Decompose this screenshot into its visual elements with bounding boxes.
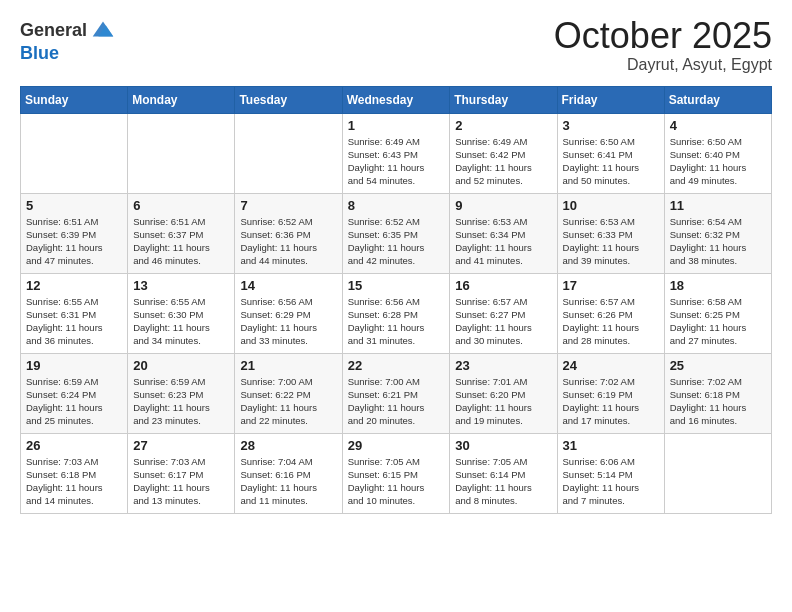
- day-number: 14: [240, 278, 336, 293]
- day-number: 7: [240, 198, 336, 213]
- calendar-cell: 10Sunrise: 6:53 AM Sunset: 6:33 PM Dayli…: [557, 193, 664, 273]
- day-info: Sunrise: 7:05 AM Sunset: 6:14 PM Dayligh…: [455, 455, 551, 508]
- day-number: 22: [348, 358, 445, 373]
- day-number: 20: [133, 358, 229, 373]
- day-info: Sunrise: 6:50 AM Sunset: 6:40 PM Dayligh…: [670, 135, 766, 188]
- calendar-cell: 12Sunrise: 6:55 AM Sunset: 6:31 PM Dayli…: [21, 273, 128, 353]
- day-number: 30: [455, 438, 551, 453]
- calendar-cell: 8Sunrise: 6:52 AM Sunset: 6:35 PM Daylig…: [342, 193, 450, 273]
- day-number: 9: [455, 198, 551, 213]
- weekday-header-friday: Friday: [557, 86, 664, 113]
- day-number: 27: [133, 438, 229, 453]
- day-info: Sunrise: 7:03 AM Sunset: 6:17 PM Dayligh…: [133, 455, 229, 508]
- day-info: Sunrise: 7:03 AM Sunset: 6:18 PM Dayligh…: [26, 455, 122, 508]
- day-number: 17: [563, 278, 659, 293]
- day-number: 29: [348, 438, 445, 453]
- calendar-week-4: 26Sunrise: 7:03 AM Sunset: 6:18 PM Dayli…: [21, 433, 772, 513]
- day-info: Sunrise: 6:51 AM Sunset: 6:39 PM Dayligh…: [26, 215, 122, 268]
- day-number: 13: [133, 278, 229, 293]
- day-number: 23: [455, 358, 551, 373]
- calendar-cell: [128, 113, 235, 193]
- calendar-cell: 29Sunrise: 7:05 AM Sunset: 6:15 PM Dayli…: [342, 433, 450, 513]
- day-number: 16: [455, 278, 551, 293]
- day-info: Sunrise: 7:02 AM Sunset: 6:18 PM Dayligh…: [670, 375, 766, 428]
- day-info: Sunrise: 7:05 AM Sunset: 6:15 PM Dayligh…: [348, 455, 445, 508]
- weekday-header-thursday: Thursday: [450, 86, 557, 113]
- calendar-cell: 7Sunrise: 6:52 AM Sunset: 6:36 PM Daylig…: [235, 193, 342, 273]
- day-info: Sunrise: 7:02 AM Sunset: 6:19 PM Dayligh…: [563, 375, 659, 428]
- calendar-cell: 1Sunrise: 6:49 AM Sunset: 6:43 PM Daylig…: [342, 113, 450, 193]
- logo-general-text: General: [20, 21, 87, 39]
- month-title: October 2025: [554, 16, 772, 56]
- calendar-cell: 4Sunrise: 6:50 AM Sunset: 6:40 PM Daylig…: [664, 113, 771, 193]
- calendar-cell: 21Sunrise: 7:00 AM Sunset: 6:22 PM Dayli…: [235, 353, 342, 433]
- day-number: 1: [348, 118, 445, 133]
- calendar-week-0: 1Sunrise: 6:49 AM Sunset: 6:43 PM Daylig…: [21, 113, 772, 193]
- day-number: 25: [670, 358, 766, 373]
- calendar-cell: 5Sunrise: 6:51 AM Sunset: 6:39 PM Daylig…: [21, 193, 128, 273]
- logo-blue-text: Blue: [20, 44, 117, 62]
- day-number: 31: [563, 438, 659, 453]
- day-info: Sunrise: 6:55 AM Sunset: 6:31 PM Dayligh…: [26, 295, 122, 348]
- calendar-cell: 9Sunrise: 6:53 AM Sunset: 6:34 PM Daylig…: [450, 193, 557, 273]
- calendar-week-2: 12Sunrise: 6:55 AM Sunset: 6:31 PM Dayli…: [21, 273, 772, 353]
- calendar-cell: 16Sunrise: 6:57 AM Sunset: 6:27 PM Dayli…: [450, 273, 557, 353]
- day-number: 8: [348, 198, 445, 213]
- day-info: Sunrise: 6:52 AM Sunset: 6:36 PM Dayligh…: [240, 215, 336, 268]
- weekday-header-sunday: Sunday: [21, 86, 128, 113]
- day-info: Sunrise: 6:58 AM Sunset: 6:25 PM Dayligh…: [670, 295, 766, 348]
- calendar-table: SundayMondayTuesdayWednesdayThursdayFrid…: [20, 86, 772, 514]
- day-number: 28: [240, 438, 336, 453]
- weekday-header-wednesday: Wednesday: [342, 86, 450, 113]
- calendar-cell: 26Sunrise: 7:03 AM Sunset: 6:18 PM Dayli…: [21, 433, 128, 513]
- calendar-cell: 27Sunrise: 7:03 AM Sunset: 6:17 PM Dayli…: [128, 433, 235, 513]
- day-number: 24: [563, 358, 659, 373]
- day-info: Sunrise: 6:54 AM Sunset: 6:32 PM Dayligh…: [670, 215, 766, 268]
- day-number: 6: [133, 198, 229, 213]
- weekday-header-tuesday: Tuesday: [235, 86, 342, 113]
- day-number: 21: [240, 358, 336, 373]
- location-title: Dayrut, Asyut, Egypt: [554, 56, 772, 74]
- day-info: Sunrise: 7:00 AM Sunset: 6:21 PM Dayligh…: [348, 375, 445, 428]
- day-info: Sunrise: 6:57 AM Sunset: 6:26 PM Dayligh…: [563, 295, 659, 348]
- calendar-cell: 23Sunrise: 7:01 AM Sunset: 6:20 PM Dayli…: [450, 353, 557, 433]
- weekday-header-row: SundayMondayTuesdayWednesdayThursdayFrid…: [21, 86, 772, 113]
- header: General Blue October 2025 Dayrut, Asyut,…: [20, 16, 772, 74]
- day-info: Sunrise: 6:59 AM Sunset: 6:23 PM Dayligh…: [133, 375, 229, 428]
- calendar-cell: 13Sunrise: 6:55 AM Sunset: 6:30 PM Dayli…: [128, 273, 235, 353]
- day-info: Sunrise: 7:01 AM Sunset: 6:20 PM Dayligh…: [455, 375, 551, 428]
- day-info: Sunrise: 6:59 AM Sunset: 6:24 PM Dayligh…: [26, 375, 122, 428]
- calendar-cell: 20Sunrise: 6:59 AM Sunset: 6:23 PM Dayli…: [128, 353, 235, 433]
- logo-icon: [89, 16, 117, 44]
- day-number: 15: [348, 278, 445, 293]
- day-info: Sunrise: 6:56 AM Sunset: 6:29 PM Dayligh…: [240, 295, 336, 348]
- day-info: Sunrise: 6:57 AM Sunset: 6:27 PM Dayligh…: [455, 295, 551, 348]
- day-info: Sunrise: 7:04 AM Sunset: 6:16 PM Dayligh…: [240, 455, 336, 508]
- calendar-cell: 31Sunrise: 6:06 AM Sunset: 5:14 PM Dayli…: [557, 433, 664, 513]
- calendar-cell: 3Sunrise: 6:50 AM Sunset: 6:41 PM Daylig…: [557, 113, 664, 193]
- day-info: Sunrise: 6:49 AM Sunset: 6:43 PM Dayligh…: [348, 135, 445, 188]
- day-number: 4: [670, 118, 766, 133]
- calendar-cell: 28Sunrise: 7:04 AM Sunset: 6:16 PM Dayli…: [235, 433, 342, 513]
- calendar-cell: 22Sunrise: 7:00 AM Sunset: 6:21 PM Dayli…: [342, 353, 450, 433]
- day-number: 18: [670, 278, 766, 293]
- weekday-header-saturday: Saturday: [664, 86, 771, 113]
- day-info: Sunrise: 6:52 AM Sunset: 6:35 PM Dayligh…: [348, 215, 445, 268]
- day-info: Sunrise: 6:50 AM Sunset: 6:41 PM Dayligh…: [563, 135, 659, 188]
- day-info: Sunrise: 6:53 AM Sunset: 6:33 PM Dayligh…: [563, 215, 659, 268]
- day-number: 19: [26, 358, 122, 373]
- day-info: Sunrise: 6:06 AM Sunset: 5:14 PM Dayligh…: [563, 455, 659, 508]
- title-block: October 2025 Dayrut, Asyut, Egypt: [554, 16, 772, 74]
- calendar-cell: [235, 113, 342, 193]
- day-info: Sunrise: 6:55 AM Sunset: 6:30 PM Dayligh…: [133, 295, 229, 348]
- calendar-cell: 18Sunrise: 6:58 AM Sunset: 6:25 PM Dayli…: [664, 273, 771, 353]
- calendar-cell: 15Sunrise: 6:56 AM Sunset: 6:28 PM Dayli…: [342, 273, 450, 353]
- page: General Blue October 2025 Dayrut, Asyut,…: [0, 0, 792, 612]
- calendar-cell: 17Sunrise: 6:57 AM Sunset: 6:26 PM Dayli…: [557, 273, 664, 353]
- calendar-cell: 24Sunrise: 7:02 AM Sunset: 6:19 PM Dayli…: [557, 353, 664, 433]
- calendar-cell: 2Sunrise: 6:49 AM Sunset: 6:42 PM Daylig…: [450, 113, 557, 193]
- calendar-week-3: 19Sunrise: 6:59 AM Sunset: 6:24 PM Dayli…: [21, 353, 772, 433]
- calendar-cell: 11Sunrise: 6:54 AM Sunset: 6:32 PM Dayli…: [664, 193, 771, 273]
- calendar-week-1: 5Sunrise: 6:51 AM Sunset: 6:39 PM Daylig…: [21, 193, 772, 273]
- day-number: 2: [455, 118, 551, 133]
